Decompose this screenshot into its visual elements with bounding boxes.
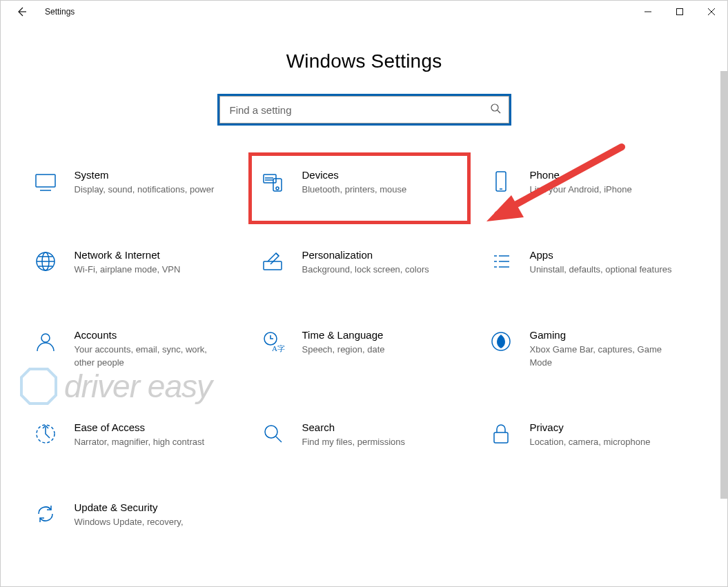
tile-gaming[interactable]: Gaming Xbox Game Bar, captures, Game Mod… [482, 325, 702, 372]
tile-title: Gaming [530, 329, 697, 341]
tile-desc: Link your Android, iPhone [530, 183, 697, 197]
tile-privacy[interactable]: Privacy Location, camera, microphone [482, 417, 702, 452]
svg-point-15 [265, 426, 277, 438]
tile-title: System [75, 169, 242, 181]
tile-desc: Speech, region, date [302, 344, 469, 357]
scrollbar-thumb[interactable] [720, 71, 727, 499]
tile-title: Time & Language [302, 329, 469, 341]
time-language-icon: A字 [259, 328, 287, 355]
system-icon [32, 168, 59, 195]
svg-point-10 [41, 334, 50, 342]
tile-title: Update & Security [75, 501, 242, 513]
page-title: Windows Settings [1, 50, 727, 72]
tile-apps[interactable]: Apps Uninstall, defaults, optional featu… [482, 245, 702, 279]
minimize-button[interactable] [632, 1, 664, 23]
tile-title: Apps [530, 249, 697, 261]
tile-update[interactable]: Update & Security Windows Update, recove… [26, 497, 247, 532]
minimize-icon [645, 8, 651, 15]
svg-point-1 [491, 104, 498, 111]
search-input[interactable] [219, 96, 509, 123]
settings-grid: System Display, sound, notifications, po… [19, 165, 709, 532]
window-title: Settings [45, 7, 75, 17]
phone-icon [487, 168, 515, 195]
tile-personalization[interactable]: Personalization Background, lock screen,… [254, 245, 475, 279]
devices-icon [259, 168, 287, 195]
svg-rect-2 [36, 175, 55, 187]
tile-desc: Wi-Fi, airplane mode, VPN [75, 263, 242, 277]
titlebar: Settings [1, 1, 727, 23]
apps-icon [487, 248, 515, 275]
tile-desc: Uninstall, defaults, optional features [530, 263, 697, 277]
svg-rect-6 [496, 172, 506, 191]
ease-of-access-icon [32, 420, 59, 448]
tile-desc: Windows Update, recovery, [75, 516, 242, 529]
tile-title: Ease of Access [75, 421, 242, 433]
tile-desc: Xbox Game Bar, captures, Game Mode [530, 344, 697, 370]
search-tile-icon [259, 420, 287, 448]
svg-rect-16 [494, 432, 508, 443]
tile-title: Privacy [530, 421, 697, 433]
back-button[interactable] [6, 1, 37, 23]
privacy-icon [487, 420, 515, 448]
tile-phone[interactable]: Phone Link your Android, iPhone [482, 165, 702, 199]
window-controls [632, 1, 727, 23]
scrollbar[interactable] [719, 23, 727, 586]
tile-title: Search [302, 421, 469, 433]
tile-title: Phone [530, 169, 697, 181]
tile-desc: Find my files, permissions [302, 436, 469, 449]
svg-rect-0 [677, 9, 683, 15]
tile-title: Personalization [302, 249, 469, 261]
tile-title: Devices [302, 169, 469, 181]
search-container [219, 96, 509, 123]
accounts-icon [32, 328, 59, 355]
content: Windows Settings System Display, sound, … [1, 23, 727, 587]
tile-title: Accounts [75, 329, 242, 341]
search-icon [490, 103, 501, 117]
tile-time[interactable]: A字 Time & Language Speech, region, date [254, 325, 475, 372]
maximize-button[interactable] [664, 1, 696, 23]
tile-desc: Location, camera, microphone [530, 436, 697, 449]
svg-point-5 [276, 187, 279, 190]
network-icon [32, 248, 59, 275]
tile-title: Network & Internet [75, 249, 242, 261]
tile-desc: Display, sound, notifications, power [75, 183, 242, 197]
close-button[interactable] [696, 1, 727, 23]
update-icon [32, 500, 59, 528]
arrow-left-icon [16, 6, 27, 17]
tile-desc: Background, lock screen, colors [302, 263, 469, 277]
maximize-icon [676, 8, 683, 15]
tile-search[interactable]: Search Find my files, permissions [254, 417, 475, 452]
personalization-icon [259, 248, 287, 275]
tile-ease[interactable]: Ease of Access Narrator, magnifier, high… [26, 417, 247, 452]
tile-network[interactable]: Network & Internet Wi-Fi, airplane mode,… [26, 245, 247, 279]
tile-accounts[interactable]: Accounts Your accounts, email, sync, wor… [26, 325, 247, 372]
tile-devices[interactable]: Devices Bluetooth, printers, mouse [254, 165, 475, 199]
svg-text:A字: A字 [272, 344, 285, 352]
gaming-icon [487, 328, 515, 355]
tile-desc: Bluetooth, printers, mouse [302, 183, 469, 197]
tile-desc: Your accounts, email, sync, work, other … [75, 344, 242, 370]
tile-desc: Narrator, magnifier, high contrast [75, 436, 242, 449]
tile-system[interactable]: System Display, sound, notifications, po… [26, 165, 247, 199]
close-icon [708, 8, 715, 15]
